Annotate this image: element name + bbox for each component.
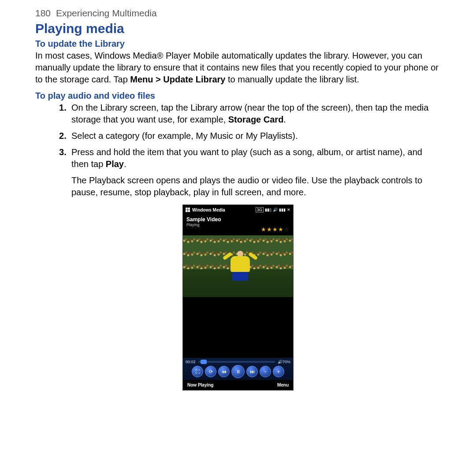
softkey-now-playing[interactable]: Now Playing [187, 383, 213, 387]
time-elapsed: 00:02 [186, 360, 196, 364]
subheading-update-library: To update the Library [35, 39, 441, 49]
fullscreen-button[interactable]: ⛶ [192, 366, 203, 377]
svg-rect-3 [188, 210, 190, 212]
paragraph-update-library: In most cases, Windows Media® Player Mob… [35, 50, 441, 86]
text: . [124, 159, 126, 169]
softkey-menu[interactable]: Menu [277, 383, 289, 387]
bold-menu-path: Menu > Update Library [130, 74, 225, 84]
speaker-icon: 🔊 [273, 208, 278, 212]
close-icon[interactable]: ✕ [287, 208, 290, 212]
battery-icon: ▮▮▮ [279, 208, 286, 212]
step-1: On the Library screen, tap the Library a… [35, 102, 441, 126]
signal-icon: ▮▮▯ [265, 208, 271, 212]
step-3: Press and hold the item that you want to… [35, 146, 441, 170]
softkey-bar: Now Playing Menu [183, 380, 293, 390]
svg-rect-0 [186, 208, 188, 210]
phone-screenshot: Windows Media 3G ▮▮▯ 🔊 ▮▮▮ ✕ Sample Vide… [182, 205, 294, 390]
svg-rect-1 [188, 208, 190, 210]
paragraph-playback-info: The Playback screen opens and plays the … [71, 175, 441, 198]
text: to manually update the library list. [225, 74, 359, 84]
video-letterbox [183, 297, 293, 358]
video-frame[interactable] [183, 235, 293, 297]
home-button[interactable]: ⟳ [205, 366, 216, 377]
status-bar: Windows Media 3G ▮▮▯ 🔊 ▮▮▮ ✕ [183, 205, 293, 215]
text: . [283, 115, 286, 124]
next-button[interactable]: ⏭ [246, 366, 258, 377]
page-number: 180 [35, 8, 51, 18]
media-title: Sample Video [186, 216, 290, 223]
seek-bar[interactable] [198, 361, 275, 363]
video-content [227, 251, 253, 295]
svg-rect-2 [186, 210, 188, 212]
chapter-title: Experiencing Multimedia [56, 8, 157, 18]
rating-stars[interactable]: ★★★★☆ [186, 226, 290, 233]
text: Select a category (for example, My Music… [71, 131, 298, 141]
windows-flag-icon[interactable] [186, 208, 190, 212]
play-pause-button[interactable]: ⏸ [231, 365, 245, 378]
media-info-bar: Sample Video Playing ★★★★☆ [183, 215, 293, 234]
steps-list: On the Library screen, tap the Library a… [35, 102, 441, 170]
bold-storage-card: Storage Card [228, 115, 284, 124]
prev-button[interactable]: ⏮ [218, 366, 230, 377]
statusbar-title: Windows Media [192, 208, 254, 212]
step-2: Select a category (for example, My Music… [35, 130, 441, 142]
vol-up-button[interactable]: + [273, 366, 284, 377]
playback-controls: 00:02 🔊 70% ⛶ ⟳ ⏮ ⏸ ⏭ − + [183, 358, 293, 380]
volume-icon: 🔊 [278, 360, 283, 364]
page-header: 180 Experiencing Multimedia [35, 8, 441, 19]
subheading-play-files: To play audio and video files [35, 91, 441, 101]
network-3g-icon: 3G [256, 207, 264, 212]
volume-percent: 70% [283, 360, 290, 364]
bold-play: Play [106, 159, 124, 169]
vol-down-button[interactable]: − [260, 366, 271, 377]
section-title: Playing media [35, 21, 441, 36]
